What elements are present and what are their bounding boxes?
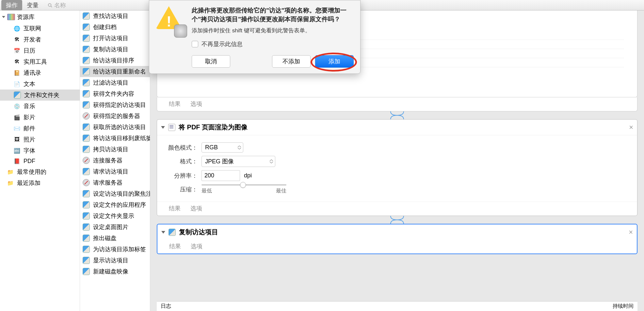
action-item-1[interactable]: 创建归档	[80, 22, 150, 33]
finder-icon	[169, 229, 176, 236]
disclosure-icon	[2, 16, 5, 18]
resolution-input[interactable]	[201, 170, 240, 181]
action-item-12[interactable]: 拷贝访达项目	[80, 144, 150, 155]
disclosure-icon[interactable]	[161, 231, 165, 234]
finder-icon	[83, 246, 90, 253]
action-item-18[interactable]: 设定文件夹显示	[80, 210, 150, 221]
finder-icon	[83, 135, 90, 142]
card-footer-results[interactable]: 结果	[169, 242, 181, 250]
sidebar-item-10[interactable]: 🖼照片	[0, 134, 80, 145]
connector-icon	[150, 111, 644, 119]
action-item-label: 获得指定的访达项目	[93, 101, 146, 109]
safari-icon	[83, 112, 90, 120]
action-item-label: 给访达项目排序	[93, 57, 134, 64]
action-item-8[interactable]: 获得指定的访达项目	[80, 99, 150, 110]
action-item-5[interactable]: 给访达项目重新命名	[80, 66, 150, 77]
finder-icon	[83, 168, 90, 175]
sidebar-item-2[interactable]: 📅日历	[0, 45, 80, 56]
svg-line-1	[51, 6, 52, 7]
action-item-22[interactable]: 显示访达项目	[80, 255, 150, 266]
action-item-7[interactable]: 获得文件夹内容	[80, 88, 150, 99]
card-footer-results[interactable]: 结果	[169, 100, 181, 108]
sidebar-item-label: 通讯录	[24, 69, 41, 77]
action-item-15[interactable]: 请求服务器	[80, 177, 150, 188]
action-item-21[interactable]: 为访达项目添加标签	[80, 244, 150, 255]
sidebar-item-9[interactable]: ✉️邮件	[0, 123, 80, 134]
format-select[interactable]: JPEG 图像	[201, 156, 275, 167]
cancel-button[interactable]: 取消	[192, 55, 230, 68]
color-mode-select[interactable]: RGB	[201, 142, 243, 153]
compression-slider[interactable]	[201, 184, 286, 186]
automator-icon	[174, 25, 187, 38]
pdf-icon	[168, 124, 175, 131]
card-footer-options[interactable]: 选项	[191, 242, 202, 250]
dont-show-checkbox[interactable]	[192, 41, 198, 47]
sidebar-group-0[interactable]: 📁最常使用的	[0, 166, 80, 177]
dont-add-button[interactable]: 不添加	[272, 55, 311, 68]
actions-list: 查找访达项目创建归档打开访达项目复制访达项目给访达项目排序给访达项目重新命名过滤…	[80, 10, 150, 311]
library-header[interactable]: 资源库	[0, 10, 80, 23]
sidebar-item-4[interactable]: 📔通讯录	[0, 67, 80, 78]
sidebar-item-label: 邮件	[24, 124, 35, 132]
sidebar-item-8[interactable]: 🎬影片	[0, 112, 80, 123]
sidebar-item-5[interactable]: 📄文本	[0, 78, 80, 90]
sidebar-item-6[interactable]: 文件和文件夹	[0, 90, 80, 101]
category-icon: 🔤	[14, 147, 20, 154]
action-item-label: 设定访达项目的聚焦注释	[93, 190, 150, 198]
action-item-19[interactable]: 设定桌面图片	[80, 221, 150, 233]
action-card-render-pdf: 将 PDF 页面渲染为图像 × 颜色模式： RGB 格式： JPEG 图像 分辨…	[157, 119, 637, 216]
search-placeholder: 名称	[54, 1, 66, 9]
finder-icon	[83, 190, 90, 197]
action-item-14[interactable]: 请求访达项目	[80, 166, 150, 177]
sidebar-group-1[interactable]: 📁最近添加	[0, 177, 80, 188]
close-icon[interactable]: ×	[629, 123, 633, 132]
tab-variables[interactable]: 变量	[22, 0, 43, 10]
action-item-3[interactable]: 复制访达项目	[80, 44, 150, 55]
action-item-0[interactable]: 查找访达项目	[80, 10, 150, 22]
action-item-6[interactable]: 过滤访达项目	[80, 77, 150, 88]
action-item-label: 新建磁盘映像	[93, 268, 128, 275]
disclosure-icon[interactable]	[161, 126, 165, 129]
sidebar-item-label: 照片	[24, 136, 35, 143]
sidebar-item-label: 开发者	[24, 36, 41, 43]
action-item-9[interactable]: 获得指定的服务器	[80, 110, 150, 122]
card-footer-options[interactable]: 选项	[190, 205, 202, 212]
action-item-16[interactable]: 设定访达项目的聚焦注释	[80, 188, 150, 199]
finder-icon	[83, 223, 90, 231]
action-item-17[interactable]: 设定文件的应用程序	[80, 199, 150, 210]
sidebar-item-label: 影片	[24, 113, 35, 121]
tab-actions[interactable]: 操作	[1, 0, 22, 10]
sidebar-item-11[interactable]: 🔤字体	[0, 145, 80, 156]
add-button[interactable]: 添加	[315, 55, 354, 68]
sidebar-item-12[interactable]: 📕PDF	[0, 156, 80, 166]
sidebar-item-3[interactable]: 🛠实用工具	[0, 56, 80, 67]
close-icon[interactable]: ×	[629, 228, 633, 237]
sidebar-item-0[interactable]: 🌐互联网	[0, 23, 80, 34]
search-icon	[48, 3, 52, 8]
sidebar-item-label: 互联网	[24, 25, 41, 32]
action-item-23[interactable]: 新建磁盘映像	[80, 266, 150, 277]
finder-icon	[83, 268, 90, 275]
category-icon: 🖼	[14, 136, 20, 143]
action-card-copy-finder-items[interactable]: 复制访达项目 × 结果 选项	[157, 224, 637, 254]
action-item-label: 获得文件夹内容	[93, 90, 134, 98]
action-item-label: 设定桌面图片	[93, 223, 128, 231]
action-item-10[interactable]: 获取所选的访达项目	[80, 122, 150, 133]
compression-low-label: 最低	[201, 188, 212, 194]
sidebar-item-label: PDF	[24, 158, 35, 165]
action-item-2[interactable]: 打开访达项目	[80, 33, 150, 44]
search-input[interactable]: 名称	[46, 1, 68, 10]
safari-icon	[83, 179, 90, 186]
folder-icon: 📁	[7, 180, 14, 186]
action-item-label: 查找访达项目	[93, 12, 128, 20]
action-item-11[interactable]: 将访达项目移到废纸篓	[80, 133, 150, 144]
category-icon: 🎬	[14, 114, 20, 121]
sidebar-item-7[interactable]: 💿音乐	[0, 101, 80, 112]
action-item-13[interactable]: 连接服务器	[80, 155, 150, 166]
action-item-4[interactable]: 给访达项目排序	[80, 55, 150, 66]
sidebar-item-1[interactable]: 🛠开发者	[0, 34, 80, 45]
category-icon: 💿	[14, 103, 20, 109]
action-item-20[interactable]: 推出磁盘	[80, 233, 150, 244]
card-footer-options[interactable]: 选项	[190, 100, 202, 108]
card-footer-results[interactable]: 结果	[169, 205, 181, 212]
